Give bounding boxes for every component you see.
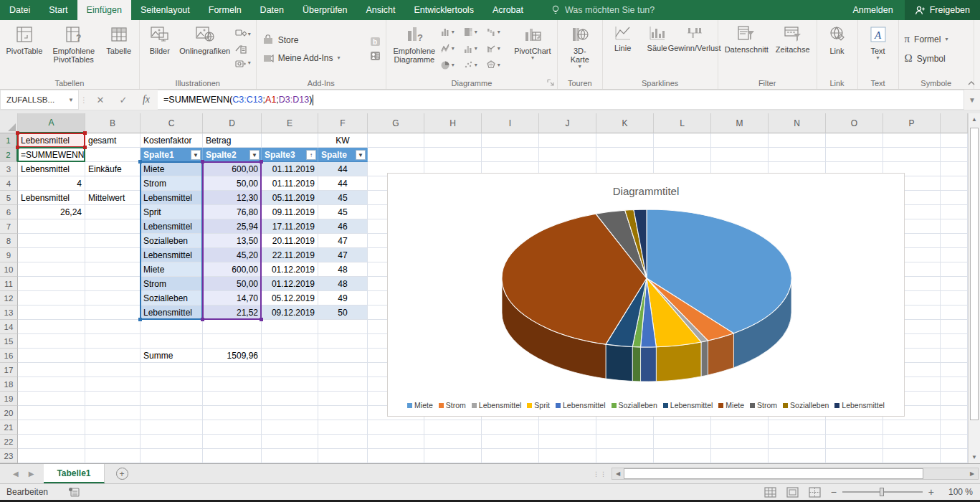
- cell-F8[interactable]: 47: [318, 234, 368, 248]
- collapse-ribbon-button[interactable]: [967, 80, 976, 86]
- cell-partial-23[interactable]: [941, 449, 968, 463]
- table-button[interactable]: Tabelle: [102, 23, 136, 57]
- pie-slice-side-2[interactable]: [701, 341, 708, 376]
- cell-B12[interactable]: [85, 291, 141, 306]
- cell-O22[interactable]: [826, 435, 883, 449]
- reference-highlight-A1-handle[interactable]: [83, 146, 87, 149]
- sparkline-line-button[interactable]: Linie: [606, 23, 640, 54]
- cell-C2[interactable]: Spalte1▼: [141, 148, 203, 162]
- text-button[interactable]: A Text ▾: [861, 23, 895, 62]
- cell-C9[interactable]: Lebensmittel: [141, 248, 203, 262]
- cell-A4[interactable]: 4: [18, 176, 85, 191]
- cell-A2[interactable]: =SUMMEWENN: [18, 148, 85, 162]
- cell-A15[interactable]: [18, 334, 85, 349]
- cell-F21[interactable]: [318, 420, 368, 435]
- cell-A8[interactable]: [18, 234, 85, 248]
- row-header-22[interactable]: 22: [0, 435, 18, 449]
- legend-item-7[interactable]: Miete: [718, 401, 744, 409]
- cell-C4[interactable]: Strom: [141, 176, 203, 191]
- page-layout-view-button[interactable]: [786, 487, 799, 498]
- pie-chart-button[interactable]: ▾: [441, 57, 464, 74]
- cell-B2[interactable]: [85, 148, 141, 162]
- people-graph-button[interactable]: [370, 51, 381, 61]
- cell-E13[interactable]: 09.12.2019: [262, 306, 318, 320]
- cell-partial-1[interactable]: [941, 133, 968, 148]
- column-header-I[interactable]: I: [482, 113, 539, 133]
- scroll-down-button[interactable]: ▼: [969, 451, 980, 463]
- cell-F16[interactable]: [318, 349, 368, 363]
- cell-partial-19[interactable]: [941, 392, 968, 406]
- cell-K2[interactable]: [596, 148, 654, 162]
- reference-highlight-A1-handle[interactable]: [16, 131, 19, 135]
- cell-B5[interactable]: Mittelwert: [85, 191, 141, 205]
- cell-D16[interactable]: 1509,96: [203, 349, 262, 363]
- cell-N21[interactable]: [769, 420, 826, 435]
- cell-H2[interactable]: [424, 148, 482, 162]
- cell-F13[interactable]: 50: [318, 306, 368, 320]
- cell-A5[interactable]: Lebensmittel: [18, 191, 85, 205]
- cell-C3[interactable]: Miete: [141, 162, 203, 176]
- cell-F9[interactable]: 47: [318, 248, 368, 262]
- scroll-left-button[interactable]: ◀: [612, 468, 624, 479]
- cell-P23[interactable]: [883, 449, 941, 463]
- legend-item-5[interactable]: Sozialleben: [612, 401, 657, 409]
- cell-D12[interactable]: 14,70: [203, 291, 262, 306]
- cell-A23[interactable]: [18, 449, 85, 463]
- row-header-17[interactable]: 17: [0, 363, 18, 377]
- cell-partial-10[interactable]: [941, 262, 968, 277]
- name-box[interactable]: ZUFALLSB... ▼: [0, 90, 79, 110]
- cell-D14[interactable]: [203, 320, 262, 334]
- cell-F23[interactable]: [318, 449, 368, 463]
- cell-C7[interactable]: Lebensmittel: [141, 219, 203, 234]
- row-header-18[interactable]: 18: [0, 377, 18, 392]
- cell-C16[interactable]: Summe: [141, 349, 203, 363]
- cell-K21[interactable]: [596, 420, 654, 435]
- cell-I22[interactable]: [482, 435, 539, 449]
- row-header-16[interactable]: 16: [0, 349, 18, 363]
- row-header-9[interactable]: 9: [0, 248, 18, 262]
- cell-E4[interactable]: 01.11.2019: [262, 176, 318, 191]
- cell-E6[interactable]: 09.11.2019: [262, 205, 318, 219]
- confirm-entry-button[interactable]: ✓: [112, 90, 135, 110]
- 3d-map-button[interactable]: 3D-Karte ▾: [561, 23, 599, 71]
- cell-P21[interactable]: [883, 420, 941, 435]
- cell-B20[interactable]: [85, 406, 141, 420]
- column-header-O[interactable]: O: [826, 113, 883, 133]
- ribbon-tab-seitenlayout[interactable]: Seitenlayout: [131, 0, 199, 20]
- cell-C1[interactable]: Kostenfaktor: [141, 133, 203, 148]
- cell-J2[interactable]: [539, 148, 596, 162]
- column-header-J[interactable]: J: [539, 113, 596, 133]
- cell-E18[interactable]: [262, 377, 318, 392]
- column-header-C[interactable]: C: [141, 113, 203, 133]
- cell-D8[interactable]: 13,50: [203, 234, 262, 248]
- cell-D13[interactable]: 21,52: [203, 306, 262, 320]
- legend-item-0[interactable]: Miete: [407, 401, 433, 409]
- cell-D10[interactable]: 600,00: [203, 262, 262, 277]
- cell-D1[interactable]: Betrag: [203, 133, 262, 148]
- cell-G1[interactable]: [368, 133, 424, 148]
- cell-H21[interactable]: [424, 420, 482, 435]
- cell-O2[interactable]: [826, 148, 883, 162]
- macro-record-icon[interactable]: [68, 487, 80, 497]
- sheet-tab-tabelle1[interactable]: Tabelle1: [44, 464, 104, 483]
- row-header-2[interactable]: 2: [0, 148, 18, 162]
- zoom-slider[interactable]: [842, 491, 923, 493]
- row-header-14[interactable]: 14: [0, 320, 18, 334]
- ribbon-tab-start[interactable]: Start: [39, 0, 77, 20]
- sheet-nav-next-button[interactable]: ▶: [29, 470, 34, 478]
- ribbon-tab-datei[interactable]: Datei: [0, 0, 39, 20]
- cell-L23[interactable]: [654, 449, 711, 463]
- cell-L2[interactable]: [654, 148, 711, 162]
- cell-E22[interactable]: [262, 435, 318, 449]
- pie-slice-side-4[interactable]: [641, 347, 657, 382]
- cell-partial-12[interactable]: [941, 291, 968, 306]
- column-header-G[interactable]: G: [368, 113, 424, 133]
- row-header-19[interactable]: 19: [0, 392, 18, 406]
- legend-item-3[interactable]: Sprit: [527, 401, 550, 409]
- cell-A21[interactable]: [18, 420, 85, 435]
- link-button[interactable]: Link: [820, 23, 855, 57]
- cell-F15[interactable]: [318, 334, 368, 349]
- cell-partial-7[interactable]: [941, 219, 968, 234]
- cell-F18[interactable]: [318, 377, 368, 392]
- cell-G23[interactable]: [368, 449, 424, 463]
